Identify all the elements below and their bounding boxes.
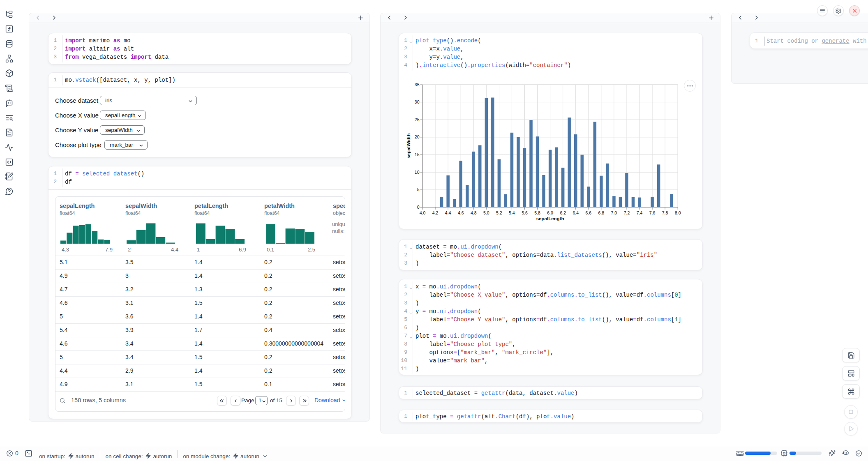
svg-text:7.4: 7.4 — [637, 210, 643, 215]
svg-text:0: 0 — [417, 205, 420, 210]
svg-text:4.0: 4.0 — [420, 210, 426, 215]
svg-text:7.0: 7.0 — [611, 210, 617, 215]
svg-text:6.0: 6.0 — [547, 210, 553, 215]
svg-text:7.2: 7.2 — [624, 210, 630, 215]
svg-text:35: 35 — [415, 82, 420, 87]
svg-text:5.0: 5.0 — [483, 210, 489, 215]
svg-text:10: 10 — [415, 170, 420, 175]
svg-text:8.0: 8.0 — [675, 210, 681, 215]
svg-text:4.2: 4.2 — [432, 210, 439, 215]
svg-text:5.2: 5.2 — [496, 210, 502, 215]
svg-text:5.6: 5.6 — [522, 210, 528, 215]
svg-text:30: 30 — [415, 99, 420, 104]
svg-text:7.8: 7.8 — [662, 210, 668, 215]
svg-text:4.8: 4.8 — [471, 210, 477, 215]
svg-text:4.4: 4.4 — [445, 210, 451, 215]
svg-text:5.8: 5.8 — [534, 210, 540, 215]
svg-text:20: 20 — [415, 134, 420, 139]
svg-text:sepalWidth: sepalWidth — [406, 134, 411, 159]
svg-text:6.2: 6.2 — [560, 210, 566, 215]
svg-text:6.6: 6.6 — [585, 210, 591, 215]
svg-text:6.4: 6.4 — [573, 210, 579, 215]
svg-text:sepalLength: sepalLength — [536, 216, 564, 221]
svg-text:15: 15 — [415, 152, 420, 157]
svg-text:25: 25 — [415, 117, 420, 122]
svg-text:6.8: 6.8 — [598, 210, 604, 215]
svg-text:7.6: 7.6 — [649, 210, 656, 215]
svg-text:5.4: 5.4 — [509, 210, 515, 215]
svg-text:5: 5 — [417, 187, 420, 192]
svg-text:4.6: 4.6 — [458, 210, 464, 215]
